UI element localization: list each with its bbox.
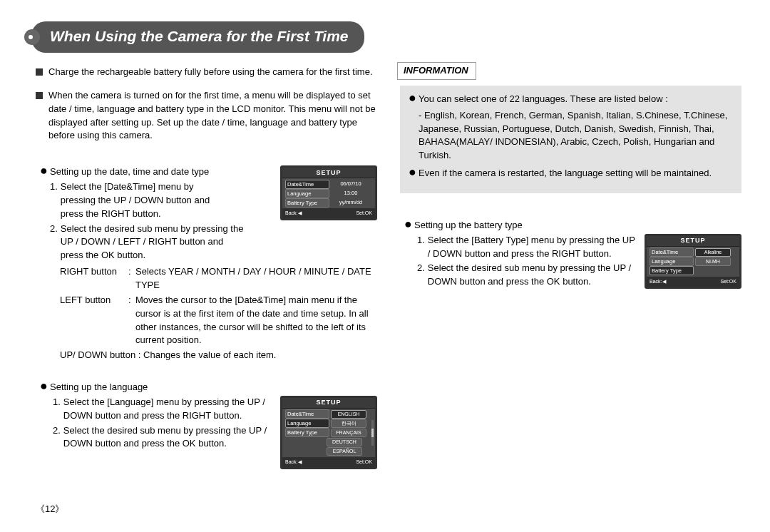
- lcd-lang-opt: 한국어: [331, 419, 366, 428]
- left-column: Charge the rechargeable battery fully be…: [36, 66, 377, 489]
- lcd-val-time: 13:00: [329, 190, 372, 198]
- bullet-icon: ●: [409, 93, 419, 106]
- updown-button-desc: UP/ DOWN button : Changes the value of e…: [60, 349, 377, 362]
- language-step-2: Select the desired sub menu by pressing …: [63, 424, 273, 451]
- language-heading: Setting up the language: [50, 381, 148, 394]
- lcd-datetime-preview: SETUP Date&Time06/07/10 Language13:00 Ba…: [280, 165, 377, 220]
- right-column: INFORMATION ●You can select one of 22 la…: [400, 66, 741, 489]
- lcd-back: Back:◀: [285, 210, 302, 217]
- battery-heading: Setting up the battery type: [414, 219, 523, 232]
- lcd-lang-opt: ESPAÑOL: [327, 447, 362, 456]
- lcd-lang-opt: ENGLISH: [331, 410, 366, 419]
- lcd-ok: Set:OK: [356, 459, 372, 466]
- lcd-lang-opt: DEUTSCH: [327, 438, 362, 446]
- lcd-ok: Set:OK: [356, 210, 372, 217]
- bullet-icon: ●: [40, 165, 50, 179]
- lcd-title: SETUP: [680, 236, 705, 245]
- lcd-title: SETUP: [316, 168, 341, 178]
- lcd-key-lang: Language: [285, 419, 329, 428]
- step-number: 1.: [53, 396, 61, 423]
- bullet-icon: ●: [409, 167, 419, 180]
- right-button-label: RIGHT button: [60, 265, 128, 292]
- lcd-key-lang: Language: [650, 257, 694, 266]
- info-bullet-2: Even if the camera is restarted, the lan…: [419, 167, 712, 180]
- lcd-val-fmt: yy/mm/dd: [329, 199, 372, 207]
- lcd-back: Back:◀: [285, 459, 302, 466]
- step-number: 1.: [417, 234, 425, 261]
- lcd-lang-opt: FRANÇAIS: [331, 429, 366, 437]
- lcd-key-date: Date&Time: [285, 409, 329, 419]
- lcd-back: Back:◀: [650, 278, 666, 285]
- information-box: ●You can select one of 22 languages. The…: [400, 86, 741, 193]
- step-number: 1.: [50, 180, 58, 221]
- lcd-key-batt: Battery Type: [285, 198, 329, 208]
- lcd-language-preview: SETUP Date&TimeENGLISH Language한국어 Batte…: [280, 396, 377, 469]
- battery-step-2: Select the desired sub menu by pressing …: [428, 262, 637, 289]
- lcd-key-batt: Battery Type: [650, 266, 694, 275]
- page-title-banner: When Using the Camera for the First Time: [24, 23, 364, 51]
- lcd-key-date: Date&Time: [650, 247, 694, 257]
- lcd-key-date: Date&Time: [285, 180, 329, 189]
- bullet-icon: ●: [40, 381, 50, 394]
- info-language-list: - English, Korean, French, German, Spani…: [419, 109, 733, 163]
- lcd-batt-opt: Ni-MH: [695, 257, 731, 266]
- banner-dot-icon: [24, 29, 40, 45]
- square-bullet-icon: [36, 68, 43, 76]
- right-button-desc: Selects YEAR / MONTH / DAY / HOUR / MINU…: [135, 265, 377, 292]
- step-number: 2.: [417, 262, 425, 289]
- lcd-ok: Set:OK: [720, 278, 736, 285]
- battery-step-1: Select the [Battery Type] menu by pressi…: [428, 234, 637, 261]
- lcd-batt-opt: Alkaline: [695, 248, 731, 257]
- datetime-heading: Setting up the date, time and date type: [50, 165, 209, 179]
- scrollbar-icon: [371, 420, 374, 446]
- left-button-desc: Moves the cursor to the [Date&Time] main…: [135, 294, 377, 347]
- language-step-1: Select the [Language] menu by pressing t…: [63, 396, 273, 423]
- step-number: 2.: [50, 222, 58, 263]
- intro-para-2: When the camera is turned on for the fir…: [48, 89, 377, 143]
- lcd-key-lang: Language: [285, 189, 329, 198]
- square-bullet-icon: [36, 92, 43, 99]
- datetime-step-2: Select the desired sub menu by pressing …: [61, 222, 246, 263]
- intro-para-1: Charge the rechargeable battery fully be…: [48, 66, 377, 79]
- page-title: When Using the Camera for the First Time: [31, 21, 364, 53]
- left-button-label: LEFT button: [60, 294, 128, 347]
- datetime-step-1: Select the [Date&Time] menu by pressing …: [61, 180, 225, 221]
- lcd-battery-preview: SETUP Date&TimeAlkaline LanguageNi-MH Ba…: [645, 234, 741, 289]
- lcd-title: SETUP: [316, 398, 341, 407]
- lcd-val-date: 06/07/10: [329, 180, 372, 188]
- lcd-key-batt: Battery Type: [285, 428, 329, 437]
- page-number: 《12》: [36, 503, 64, 516]
- bullet-icon: ●: [404, 219, 414, 232]
- information-heading: INFORMATION: [397, 62, 476, 80]
- step-number: 2.: [53, 424, 61, 451]
- info-bullet-1: You can select one of 22 languages. Thes…: [419, 93, 668, 106]
